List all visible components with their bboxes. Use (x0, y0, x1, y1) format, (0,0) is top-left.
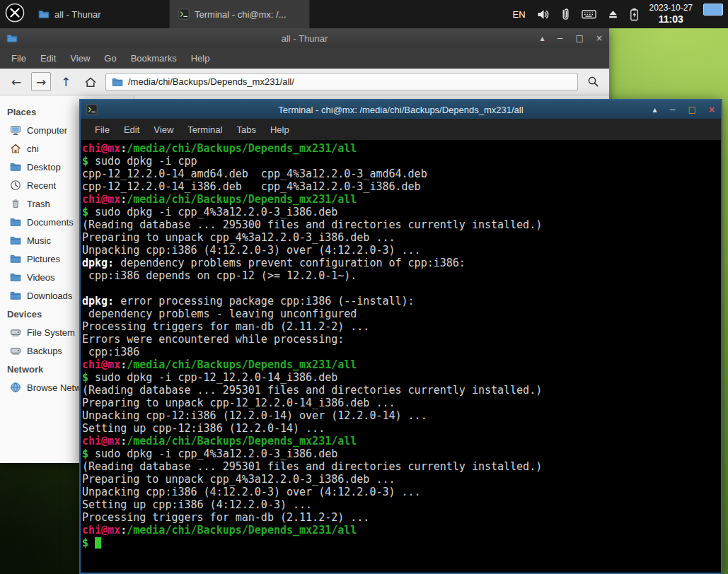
clock-icon (10, 180, 21, 191)
sidebar-item-label: Pictures (27, 254, 60, 264)
thunar-menu-go[interactable]: Go (97, 50, 123, 66)
minimize-button[interactable]: − (669, 105, 676, 115)
shade-button[interactable]: ▴ (653, 105, 657, 115)
terminal-line: $ sudo dpkg -i cpp_4%3a12.2.0-3_i386.deb (82, 206, 720, 218)
location-bar[interactable]: /media/chi/Backups/Depends_mx231/all/ (105, 73, 578, 91)
taskbar-item-thunar[interactable]: all - Thunar (30, 0, 170, 28)
mx-menu-button[interactable] (0, 0, 30, 28)
clock[interactable]: 2023-10-27 11:03 (649, 3, 693, 25)
terminal-cursor (95, 537, 101, 549)
terminal-line: Processing triggers for man-db (2.11.2-2… (82, 511, 720, 524)
thunar-titlebar[interactable]: all - Thunar ▴ − □ × (0, 28, 609, 48)
terminal-line: cpp-12_12.2.0-14_amd64.deb cpp_4%3a12.2.… (82, 168, 720, 180)
thunar-icon (6, 33, 18, 44)
terminal-line: $ sudo dpkg -i cpp (82, 155, 720, 168)
drive-icon (10, 327, 21, 338)
sidebar-item-label: Computer (27, 125, 67, 136)
clipboard-icon[interactable] (560, 8, 571, 21)
terminal-titlebar[interactable]: Terminal - chi@mx: /media/chi/Backups/De… (81, 100, 721, 119)
thunar-window-controls: ▴ − □ × (541, 33, 603, 43)
terminal-menu-view[interactable]: View (146, 121, 180, 139)
thunar-menu-view[interactable]: View (63, 50, 97, 66)
terminal-icon (86, 104, 98, 115)
task-label: all - Thunar (54, 9, 101, 20)
thunar-menu-bookmarks[interactable]: Bookmarks (124, 50, 184, 66)
sidebar-item-label: Downloads (27, 291, 72, 301)
terminal-icon (178, 8, 190, 20)
terminal-line: cpp:i386 depends on cpp-12 (>= 12.2.0-1~… (82, 269, 720, 282)
terminal-line: Preparing to unpack cpp_4%3a12.2.0-3_i38… (82, 231, 720, 244)
terminal-menu-terminal[interactable]: Terminal (180, 121, 229, 139)
terminal-menu-file[interactable]: File (88, 121, 117, 139)
terminal-window-controls: ▴ − □ × (653, 105, 716, 115)
sidebar-item-label: Recent (27, 180, 56, 191)
maximize-button[interactable]: □ (688, 105, 696, 115)
taskbar-item-terminal[interactable]: Terminal - chi@mx: /... (170, 0, 310, 28)
sidebar-item-label: File System (27, 327, 75, 338)
home-button[interactable] (81, 72, 100, 91)
thunar-menubar: FileEditViewGoBookmarksHelp (0, 48, 609, 69)
keyboard-icon[interactable] (582, 8, 596, 20)
terminal-line: dpkg: error processing package cpp:i386 … (82, 295, 720, 308)
sidebar-item-label: Backups (27, 346, 62, 356)
terminal-line: chi@mx:/media/chi/Backups/Depends_mx231/… (82, 358, 720, 371)
search-button[interactable] (583, 72, 603, 91)
thunar-menu-file[interactable]: File (4, 50, 33, 66)
terminal-line: Unpacking cpp:i386 (4:12.2.0-3) over (4:… (82, 486, 720, 498)
terminal-line: chi@mx:/media/chi/Backups/Depends_mx231/… (82, 142, 720, 155)
terminal-line: $ sudo dpkg -i cpp_4%3a12.2.0-3_i386.deb (82, 447, 720, 460)
close-button[interactable]: × (708, 105, 715, 115)
maximize-button[interactable]: □ (576, 33, 584, 43)
thunar-toolbar: ← → ↑ /media/chi/Backups/Depends_mx231/a… (0, 69, 609, 95)
terminal-window: Terminal - chi@mx: /media/chi/Backups/De… (79, 99, 722, 574)
terminal-menu-help[interactable]: Help (263, 121, 296, 139)
terminal-line: $ (82, 537, 720, 549)
battery-icon[interactable] (630, 8, 639, 21)
terminal-line: Unpacking cpp-12:i386 (12.2.0-14) over (… (82, 409, 720, 422)
terminal-line: Errors were encountered while processing… (82, 333, 720, 346)
thunar-window-title: all - Thunar (0, 33, 609, 44)
sidebar-item-label: Music (27, 235, 51, 246)
sidebar-item-label: chi (27, 144, 39, 154)
minimize-button[interactable]: − (557, 33, 564, 43)
mx-logo-icon (4, 2, 25, 26)
screenshot-widget-icon[interactable] (703, 4, 723, 16)
keyboard-layout-indicator[interactable]: EN (513, 9, 526, 20)
back-button[interactable]: ← (6, 72, 26, 91)
folder-icon (10, 271, 21, 283)
terminal-line: chi@mx:/media/chi/Backups/Depends_mx231/… (82, 193, 720, 206)
terminal-line (82, 282, 720, 295)
terminal-line: chi@mx:/media/chi/Backups/Depends_mx231/… (82, 435, 720, 447)
sidebar-item-label: Trash (27, 199, 50, 209)
terminal-line: dependency problems - leaving unconfigur… (82, 308, 720, 320)
thunar-menu-help[interactable]: Help (184, 50, 217, 66)
eject-icon[interactable] (607, 8, 619, 20)
drive-icon (10, 345, 21, 356)
terminal-line: chi@mx:/media/chi/Backups/Depends_mx231/… (82, 524, 720, 537)
task-label: Terminal - chi@mx: /... (195, 9, 287, 20)
thunar-menu-edit[interactable]: Edit (33, 50, 63, 66)
terminal-line: $ sudo dpkg -i cpp-12_12.2.0-14_i386.deb (82, 371, 720, 384)
up-button[interactable]: ↑ (56, 72, 76, 91)
terminal-line: (Reading database ... 295300 files and d… (82, 218, 720, 231)
folder-icon (10, 216, 21, 228)
thunar-icon (38, 8, 50, 20)
terminal-window-title: Terminal - chi@mx: /media/chi/Backups/De… (81, 105, 721, 115)
panel-time: 11:03 (649, 13, 693, 25)
terminal-line: dpkg: dependency problems prevent config… (82, 257, 720, 269)
close-button[interactable]: × (596, 33, 603, 43)
trash-icon (10, 198, 21, 209)
computer-icon (10, 124, 21, 136)
terminal-line: (Reading database ... 295301 files and d… (82, 460, 720, 473)
folder-icon (10, 161, 21, 172)
volume-icon[interactable] (536, 8, 550, 21)
folder-icon (112, 76, 123, 88)
shade-button[interactable]: ▴ (541, 33, 545, 43)
terminal-menu-edit[interactable]: Edit (117, 121, 146, 139)
terminal-output[interactable]: chi@mx:/media/chi/Backups/Depends_mx231/… (81, 140, 721, 573)
folder-icon (10, 235, 21, 246)
top-panel: all - Thunar Terminal - chi@mx: /... EN … (0, 0, 728, 28)
forward-button[interactable]: → (31, 72, 51, 91)
terminal-menu-tabs[interactable]: Tabs (229, 121, 262, 139)
location-path: /media/chi/Backups/Depends_mx231/all/ (128, 76, 294, 87)
